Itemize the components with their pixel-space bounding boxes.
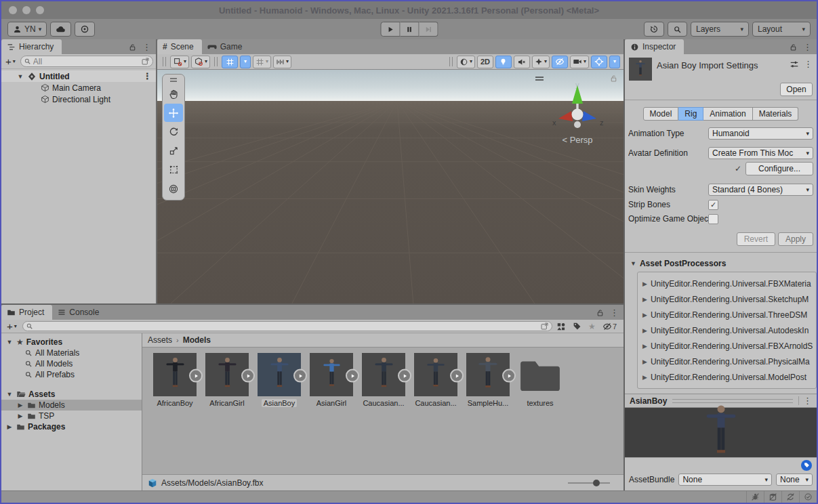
filter-by-label-icon[interactable] [573, 322, 581, 331]
postprocessor-item[interactable]: ▶UnityEditor.Rendering.Universal.Sketchu… [642, 291, 816, 307]
gizmos-toggle[interactable] [591, 56, 607, 68]
hierarchy-item-directional-light[interactable]: Directional Light [1, 93, 156, 105]
tool-handle-position-button[interactable]: ▾ [170, 56, 189, 68]
overlay-drag-handle[interactable] [168, 75, 179, 84]
header-menu-icon[interactable]: ⋮ [804, 60, 813, 68]
play-button[interactable] [380, 22, 400, 37]
grid-visibility-toggle[interactable] [222, 56, 238, 68]
move-tool[interactable] [164, 104, 183, 122]
grid-options-dropdown[interactable]: ▾ [240, 56, 251, 68]
scale-tool[interactable] [164, 142, 183, 160]
lock-icon[interactable] [596, 308, 605, 317]
tab-animation[interactable]: Animation [703, 107, 752, 121]
minimize-window-button[interactable] [22, 6, 30, 14]
close-window-button[interactable] [9, 6, 17, 14]
foldout-open-icon[interactable]: ▼ [5, 339, 14, 345]
favorites-root[interactable]: ▼ ★ Favorites [1, 337, 142, 348]
lock-icon[interactable] [609, 74, 618, 83]
asset-item[interactable]: AfricanGirl [205, 353, 249, 407]
scene-effects-toggle[interactable]: ▾ [532, 56, 550, 68]
foldout-open-icon[interactable]: ▼ [5, 391, 14, 398]
preview-menu-icon[interactable]: ⋮ [803, 396, 812, 405]
foldout-open-icon[interactable]: ▼ [16, 73, 24, 80]
scene-audio-toggle[interactable] [514, 56, 530, 68]
orientation-gizmo[interactable]: y x z [546, 77, 609, 139]
step-button[interactable] [419, 22, 438, 37]
skin-weights-dropdown[interactable]: Standard (4 Bones) ▾ [708, 184, 813, 196]
tab-inspector[interactable]: Inspector [625, 39, 684, 54]
hierarchy-search-input[interactable] [33, 57, 139, 66]
model-preview-viewport[interactable] [625, 408, 817, 457]
asset-item[interactable]: AfricanBoy [153, 353, 197, 407]
folder-tsp[interactable]: ▶ TSP [1, 411, 142, 421]
filter-by-type-icon[interactable] [556, 322, 566, 331]
favorite-all-models[interactable]: All Models [1, 358, 142, 369]
gizmos-dropdown[interactable]: ▾ [609, 56, 620, 68]
asset-item[interactable]: AsianGirl [310, 353, 353, 407]
activity-status-button[interactable] [799, 491, 817, 503]
open-button[interactable]: Open [780, 83, 813, 96]
project-search-input[interactable] [35, 322, 538, 331]
foldout-closed-icon[interactable]: ▶ [5, 423, 14, 430]
cache-server-status-button[interactable] [764, 491, 781, 503]
expand-model-badge[interactable] [346, 369, 359, 383]
2d-view-toggle[interactable]: 2D [477, 56, 493, 68]
panel-menu-icon[interactable]: ⋮ [610, 308, 619, 317]
asset-item[interactable]: SampleHu... [466, 353, 510, 407]
debugger-status-button[interactable] [746, 491, 764, 503]
configure-button[interactable]: Configure... [745, 162, 813, 175]
hierarchy-search-field[interactable] [20, 56, 153, 67]
pause-button[interactable] [400, 22, 419, 37]
tab-rig[interactable]: Rig [678, 107, 703, 121]
asset-bundle-dropdown[interactable]: None ▾ [678, 474, 772, 486]
panel-menu-icon[interactable]: ⋮ [142, 43, 151, 51]
optimize-game-objects-checkbox[interactable] [708, 214, 718, 224]
account-dropdown[interactable]: YN ▾ [7, 22, 47, 37]
increment-snap-dropdown[interactable]: ▾ [273, 56, 291, 68]
breadcrumb-root[interactable]: Assets [148, 335, 172, 345]
animation-type-dropdown[interactable]: Humanoid ▾ [708, 127, 813, 140]
postprocessor-item[interactable]: ▶UnityEditor.Rendering.Universal.FBXArno… [642, 338, 816, 354]
expand-model-badge[interactable] [398, 369, 411, 383]
apply-button[interactable]: Apply [778, 232, 813, 246]
favorite-all-prefabs[interactable]: All Prefabs [1, 369, 142, 380]
asset-bundle-variant-dropdown[interactable]: None ▾ [776, 474, 813, 486]
orientation-overlay-handle[interactable] [534, 75, 545, 82]
postprocessor-item[interactable]: ▶UnityEditor.Rendering.Universal.Physica… [642, 354, 816, 369]
asset-item-selected[interactable]: AsianBoy [258, 353, 301, 407]
postprocessor-item[interactable]: ▶UnityEditor.Rendering.Universal.ThreeDS… [642, 307, 816, 322]
expand-model-badge[interactable] [502, 369, 516, 383]
foldout-closed-icon[interactable]: ▶ [16, 413, 24, 419]
packages-root[interactable]: ▶ Packages [1, 421, 142, 432]
thumbnail-size-slider[interactable] [568, 479, 610, 487]
open-search-window-icon[interactable] [540, 322, 549, 331]
zoom-window-button[interactable] [36, 6, 44, 14]
postprocessor-item[interactable]: ▶UnityEditor.Rendering.Universal.FBXMate… [642, 276, 816, 291]
scene-menu-icon[interactable]: ⋮ [143, 72, 156, 81]
scene-viewport[interactable]: y x z < [157, 70, 623, 303]
auto-refresh-status-button[interactable] [781, 491, 799, 503]
postprocessor-item[interactable]: ▶UnityEditor.Rendering.Universal.Autodes… [642, 322, 816, 338]
view-hand-tool[interactable] [164, 85, 183, 103]
asset-item[interactable]: Caucasian... [414, 353, 457, 407]
asset-postprocessors-foldout[interactable]: ▼ Asset PostProcessors [630, 257, 817, 270]
scene-visibility-toggle[interactable] [552, 56, 568, 68]
tab-project[interactable]: Project [1, 305, 52, 320]
favorite-all-materials[interactable]: All Materials [1, 348, 142, 358]
expand-model-badge[interactable] [293, 369, 307, 383]
presets-icon[interactable] [790, 60, 799, 69]
tab-hierarchy[interactable]: Hierarchy [1, 39, 62, 54]
tab-model[interactable]: Model [643, 107, 679, 121]
hierarchy-item-main-camera[interactable]: Main Camera [1, 82, 156, 93]
camera-settings-dropdown[interactable]: ▾ [570, 56, 589, 68]
folder-models[interactable]: ▶ Models [1, 400, 142, 411]
layout-dropdown[interactable]: Layout ▾ [752, 22, 811, 37]
breadcrumb-current[interactable]: Models [183, 335, 211, 345]
foldout-closed-icon[interactable]: ▶ [16, 402, 24, 408]
global-search-button[interactable] [668, 22, 687, 37]
transform-tool[interactable] [164, 180, 183, 198]
shading-mode-dropdown[interactable]: ▾ [457, 56, 475, 68]
asset-labels-button[interactable] [801, 460, 812, 471]
lock-icon[interactable] [128, 43, 137, 51]
assets-root[interactable]: ▼ Assets [1, 389, 142, 400]
